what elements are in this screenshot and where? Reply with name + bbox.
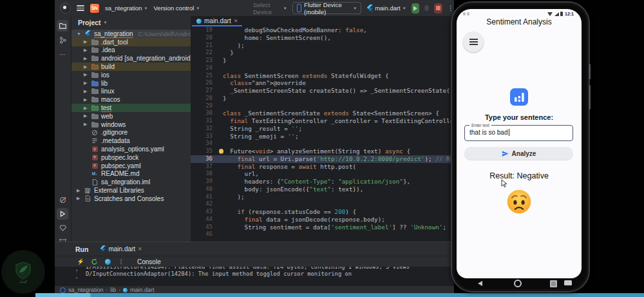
tree-item-idea[interactable]: ▶.idea: [71, 46, 191, 55]
project-badge[interactable]: SN: [90, 4, 99, 13]
nav-home-icon[interactable]: [514, 280, 522, 287]
device-selector[interactable]: Flutter Device (mobile) ▼: [292, 2, 361, 14]
close-tab-icon[interactable]: ✕: [138, 246, 142, 252]
run-tab-main-dart[interactable]: main.dart ✕: [100, 242, 142, 256]
intention-bulb-icon[interactable]: [219, 149, 223, 153]
code-line-37[interactable]: 37 final response = await http.post(: [191, 163, 454, 171]
chevron-right-icon[interactable]: ▶: [84, 97, 88, 102]
tree-item-sa-ntegration-iml[interactable]: sa_ntegration.iml: [71, 178, 191, 186]
code-line-21[interactable]: 21 );: [191, 42, 454, 50]
hot-reload-icon[interactable]: ⚡: [77, 258, 84, 265]
chevron-down-icon[interactable]: ▼: [77, 32, 81, 36]
notifications-icon[interactable]: [57, 194, 68, 206]
code-line-42[interactable]: 42: [191, 200, 454, 208]
tree-item-sa-ntegration[interactable]: ▼sa_ntegrationC:\Users\dell\AndroidStudi…: [71, 30, 191, 38]
chevron-right-icon[interactable]: ▶: [84, 56, 88, 61]
volume-button[interactable]: [589, 64, 591, 79]
tree-item-readme-md[interactable]: M↓README.md: [71, 170, 191, 178]
project-panel-header[interactable]: Project ▼: [71, 16, 191, 29]
analyze-button[interactable]: Analyze: [464, 147, 573, 160]
tree-item-analysis-options-yaml[interactable]: Yanalysis_options.yaml: [71, 145, 191, 153]
tree-item-windows[interactable]: ▶windows: [71, 120, 191, 129]
power-button[interactable]: [589, 85, 591, 110]
tree-item-ios[interactable]: ▶ios: [71, 71, 191, 79]
nav-keyboard-icon[interactable]: [564, 280, 572, 285]
code-line-23[interactable]: 23}: [191, 57, 454, 64]
code-line-32[interactable]: 32 String _result = '';: [191, 125, 454, 133]
select-device-dropdown[interactable]: Select Device▼: [253, 1, 287, 15]
code-line-39[interactable]: 39 headers: {"Content-Type": "applicatio…: [191, 178, 454, 186]
code-line-19[interactable]: 19 debugShowCheckedModeBanner: false,: [191, 26, 454, 34]
code-line-30[interactable]: 30class _SentimentScreenState extends St…: [191, 110, 454, 117]
project-tool-icon[interactable]: [57, 20, 68, 32]
code-line-44[interactable]: 44 final data = jsonDecode(response.body…: [191, 216, 454, 224]
tree-item-macos[interactable]: ▶macos: [71, 95, 191, 104]
chevron-right-icon[interactable]: ▶: [84, 72, 88, 77]
code-line-25[interactable]: 25class SentimentScreen extends Stateful…: [191, 72, 454, 80]
code-line-26[interactable]: 26 class="ann">@override: [191, 79, 454, 87]
tree-item-scratches-and-consoles[interactable]: ▶Scratches and Consoles: [71, 195, 191, 203]
code-line-43[interactable]: 43 if (response.statusCode == 200) {: [191, 208, 454, 216]
chevron-right-icon[interactable]: ▶: [77, 188, 81, 193]
chevron-right-icon[interactable]: ▶: [84, 113, 88, 119]
code-line-46[interactable]: 46: [191, 231, 454, 238]
taskbar-strip[interactable]: [35, 293, 644, 297]
project-name-dropdown[interactable]: sa_ntegration▼: [105, 5, 148, 12]
chevron-right-icon[interactable]: ▶: [84, 106, 88, 111]
console-tab[interactable]: Console: [137, 258, 161, 265]
run-config-dropdown[interactable]: main.dart ▼: [366, 5, 406, 12]
version-control-dropdown[interactable]: Version control▼: [154, 5, 200, 12]
chevron-right-icon[interactable]: ▶: [84, 48, 88, 53]
stop-button[interactable]: [434, 3, 442, 14]
chevron-right-icon[interactable]: ▶: [84, 89, 88, 94]
code-line-33[interactable]: 33 String _emoji = '';: [191, 133, 454, 140]
chevron-right-icon[interactable]: ▶: [84, 64, 88, 70]
code-line-34[interactable]: 34: [191, 140, 454, 148]
code-line-36[interactable]: 36 final url = Uri.parse('http://10.0.2.…: [191, 155, 454, 163]
code-line-24[interactable]: 24: [191, 64, 454, 72]
tree-item-metadata[interactable]: .metadata: [71, 137, 191, 145]
chevron-right-icon[interactable]: ▶: [84, 122, 88, 127]
code-area[interactable]: 19 debugShowCheckedModeBanner: false,20 …: [191, 26, 454, 242]
code-line-28[interactable]: 28}: [191, 95, 454, 102]
structure-tool-icon[interactable]: [57, 34, 68, 46]
nav-back-icon[interactable]: [478, 281, 482, 286]
close-tab-icon[interactable]: ✕: [234, 18, 238, 24]
code-line-41[interactable]: 41 );: [191, 193, 454, 201]
tree-item-external-libraries[interactable]: ▶External Libraries: [71, 186, 191, 195]
tree-item-pubspec-lock[interactable]: Ypubspec.lock: [71, 153, 191, 162]
more-actions-icon[interactable]: ⋮: [448, 5, 454, 12]
tree-item-lib[interactable]: ▶lib: [71, 79, 191, 88]
code-line-31[interactable]: 31 final TextEditingController _controll…: [191, 117, 454, 125]
console-output[interactable]: ↑› I/AssistStructure(14284): Flattened f…: [55, 267, 454, 285]
tree-item-linux[interactable]: ▶linux: [71, 88, 191, 96]
hot-restart-icon[interactable]: [90, 258, 98, 265]
code-line-35[interactable]: 35 Future<void> analyzeSentiment(String …: [191, 148, 454, 155]
tree-item-dart-tool[interactable]: ▶.dart_tool: [71, 38, 191, 46]
tree-item-build[interactable]: ▶build: [71, 62, 191, 71]
menu-button[interactable]: [463, 32, 484, 52]
code-line-22[interactable]: 22 }: [191, 49, 454, 57]
more-options-icon[interactable]: ⋮: [117, 258, 125, 265]
code-line-40[interactable]: 40 body: jsonEncode({"text": text}),: [191, 186, 454, 193]
android-studio-logo-icon[interactable]: [60, 3, 71, 14]
debug-button[interactable]: [424, 5, 429, 11]
chevron-right-icon[interactable]: ▶: [84, 39, 88, 44]
breadcrumb-main-dart[interactable]: main.dart: [130, 287, 155, 293]
run-button[interactable]: [412, 3, 420, 14]
run-tool-icon[interactable]: [57, 208, 68, 220]
sentence-input[interactable]: Enter text that is so bad: [464, 125, 573, 141]
code-line-29[interactable]: 29: [191, 102, 454, 110]
tree-item-test[interactable]: ▶test: [71, 104, 191, 112]
code-line-20[interactable]: 20 home: SentimentScreen(),: [191, 34, 454, 42]
dart-devtools-icon[interactable]: [104, 258, 111, 265]
chevron-right-icon[interactable]: ▶: [77, 196, 81, 201]
chevron-right-icon[interactable]: ▶: [84, 81, 88, 86]
main-menu-icon[interactable]: [77, 5, 84, 11]
tree-item-android-sa-ntegration-android[interactable]: ▶android [sa_ntegration_android]: [71, 54, 191, 62]
app-quality-insights-icon[interactable]: [57, 222, 68, 234]
more-tool-windows-icon[interactable]: ⋯: [57, 48, 68, 60]
code-line-38[interactable]: 38 url,: [191, 170, 454, 178]
console-scroll-icons[interactable]: ↑›: [73, 267, 80, 282]
nav-recents-icon[interactable]: [550, 280, 557, 287]
